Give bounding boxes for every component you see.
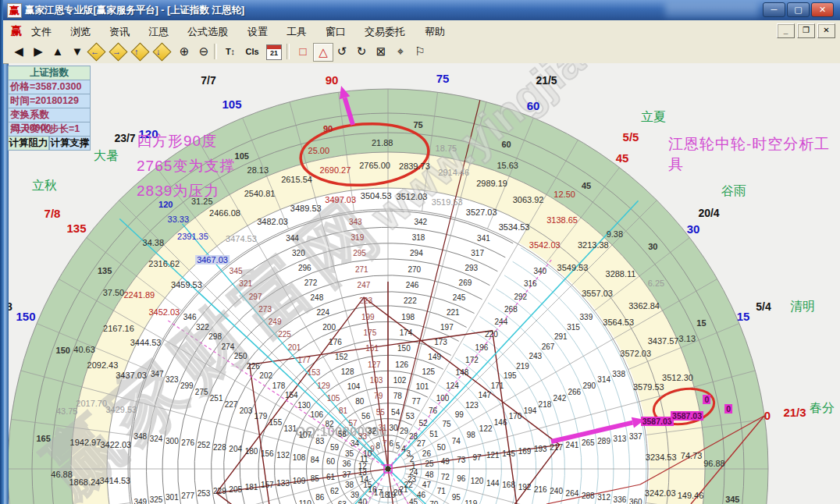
zoom-out-button[interactable]: ⊖ <box>194 43 213 60</box>
solar-term-label: 小满 <box>534 63 559 65</box>
wheel-outside-label: 20/4 <box>698 207 719 219</box>
mdi-controls: _❐✕ <box>777 23 835 38</box>
wheel-outside-label: 7/8 <box>44 207 61 220</box>
rotate-ccw-button[interactable]: ↺ <box>333 43 351 60</box>
wheel-outside-label: 135 <box>66 222 86 235</box>
diamond-up-button[interactable]: ↑ <box>130 42 149 61</box>
menu-item-1[interactable]: 浏览 <box>70 25 91 39</box>
calc-resistance-button[interactable]: 计算阻力 <box>8 137 49 151</box>
wheel-outside-label: 15 <box>737 310 750 323</box>
triangle-tool-button[interactable]: △ <box>313 43 333 62</box>
coefficient-field[interactable]: 变换系数=1.00000 <box>8 108 91 122</box>
menu-item-4[interactable]: 公式选股 <box>187 25 228 39</box>
index-info-panel: 上证指数 价格=3587.0300 时间=20180129 变换系数=1.000… <box>8 66 91 151</box>
menu-item-9[interactable]: 帮助 <box>425 25 445 39</box>
menu-bar: 赢 文件浏览资讯江恩公式选股设置工具窗口交易委托帮助 _❐✕ <box>3 20 840 41</box>
toolbar-separator <box>287 44 290 59</box>
annotation-line-1: 四方形90度 <box>137 131 217 151</box>
price-field[interactable]: 价格=3587.0300 <box>8 80 91 94</box>
wheel-outside-label: 75 <box>436 72 450 85</box>
solar-term-label: 大暑 <box>94 148 119 165</box>
wheel-outside-label: 60 <box>527 99 540 112</box>
solar-term-label: 立秋 <box>32 178 57 194</box>
wheel-outside-label: 150 <box>16 310 35 323</box>
t-scale-button[interactable]: T↕ <box>221 43 240 60</box>
toolbar-separator <box>214 44 217 59</box>
menu-logo: 赢 <box>11 24 22 38</box>
pointer-up-button[interactable]: ▲ <box>48 43 67 60</box>
boxed-x-button[interactable]: ⊠ <box>372 43 390 60</box>
wheel-outside-label: 90 <box>326 73 339 87</box>
calc-support-button[interactable]: 计算支撑 <box>49 137 91 151</box>
forward-button[interactable]: ▶ <box>29 43 48 60</box>
wheel-outside-label: 23/7 <box>114 132 135 144</box>
wheel-outside-label: 0 <box>764 409 771 422</box>
back-button[interactable]: ◀ <box>9 43 28 60</box>
wheel-outside-label: 21/5 <box>536 74 557 87</box>
target-button[interactable]: ⌖ <box>391 43 410 60</box>
wheel-outside-label: 105 <box>222 98 241 111</box>
time-field[interactable]: 时间=20180129 <box>8 94 91 108</box>
title-bar: 赢 赢家江恩专业版[赢家服务平台] - [上证指数 江恩轮] ─▢✕ <box>3 0 840 21</box>
menu-item-2[interactable]: 资讯 <box>109 25 130 39</box>
gann-wheel-graphic <box>9 63 840 504</box>
menu-item-0[interactable]: 文件 <box>31 25 52 39</box>
panel-header: 上证指数 <box>8 66 91 80</box>
menu-item-6[interactable]: 工具 <box>287 25 307 39</box>
pointer-down-button[interactable]: ▼ <box>68 43 87 60</box>
mdi-close-button[interactable]: ✕ <box>817 23 835 38</box>
menu-item-3[interactable]: 江恩 <box>148 25 169 39</box>
blurred-region <box>665 2 759 17</box>
wheel-outside-label: 8 <box>9 300 12 313</box>
rotate-cw-button[interactable]: ↻ <box>352 43 371 60</box>
window-title: 赢家江恩专业版[赢家服务平台] - [上证指数 江恩轮] <box>25 4 244 17</box>
gann-wheel-chart: 赢家财富网www.yingjia360.com QQ:100800960 123… <box>9 63 840 504</box>
wheel-outside-label: 21/3 <box>783 406 806 419</box>
qq-watermark: QQ:100800960 <box>295 424 386 440</box>
mdi-minimize-button[interactable]: _ <box>777 23 795 38</box>
diamond-down-button[interactable]: ↓ <box>152 42 171 61</box>
solar-term-label: 立夏 <box>641 109 666 126</box>
solar-term-label: 清明 <box>790 299 815 315</box>
window-controls: ─▢✕ <box>763 2 834 17</box>
solar-term-label: 谷雨 <box>721 183 746 200</box>
menu-item-5[interactable]: 设置 <box>247 25 268 39</box>
annotation-line-2: 2765变为支撑 <box>137 156 235 176</box>
wheel-outside-label: 7/7 <box>201 74 215 87</box>
app-icon: 赢 <box>7 3 22 18</box>
solar-term-label: 春分 <box>810 400 835 417</box>
diamond-left-button[interactable]: ← <box>87 42 105 61</box>
calendar-button[interactable]: 21 <box>266 44 282 60</box>
wheel-outside-label: 5/4 <box>756 300 771 313</box>
zoom-in-button[interactable]: ⊕ <box>175 43 194 60</box>
tool-title: 江恩轮中轮-时空分析工具 <box>668 134 840 175</box>
step-field[interactable]: 周天变化步长=1 <box>8 122 91 137</box>
app-window: 赢 赢家江恩专业版[赢家服务平台] - [上证指数 江恩轮] ─▢✕ 赢 文件浏… <box>0 0 840 504</box>
minimize-button[interactable]: ─ <box>763 2 785 17</box>
mdi-restore-button[interactable]: ❐ <box>797 23 815 38</box>
wheel-outside-label: 45 <box>616 151 629 165</box>
diamond-right-button[interactable]: → <box>109 42 127 61</box>
wheel-outside-label: 5/5 <box>623 130 639 144</box>
wheel-outside-label: 30 <box>687 222 700 236</box>
close-button[interactable]: ✕ <box>811 2 834 17</box>
menu-item-7[interactable]: 窗口 <box>326 25 346 39</box>
square-tool-button[interactable]: □ <box>294 43 312 60</box>
cls-button[interactable]: Cls <box>243 43 262 60</box>
annotation-line-3: 2839为压力 <box>137 181 219 201</box>
maximize-button[interactable]: ▢ <box>787 2 810 17</box>
flag-button[interactable]: ⚐ <box>411 43 429 60</box>
toolbar: ◀▶▲▼←→↑↓⊕⊖T↕Cls21□△↺↻⊠⌖⚐ <box>3 41 840 64</box>
menu-item-8[interactable]: 交易委托 <box>365 25 405 39</box>
